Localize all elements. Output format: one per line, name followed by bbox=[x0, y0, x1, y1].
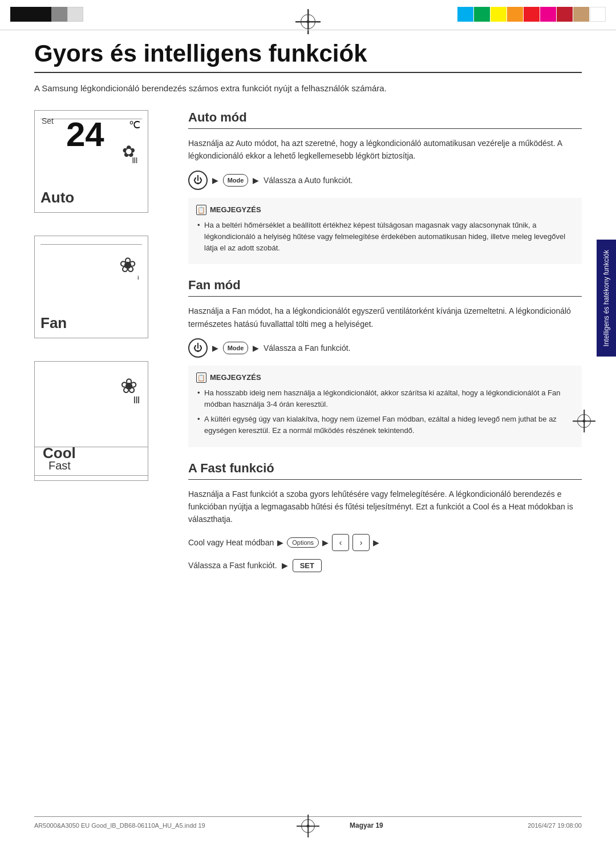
fast-section-title: A Fast funkció bbox=[188, 461, 582, 476]
fan-mode-label: Fan bbox=[40, 314, 67, 332]
fast-section-text: Használja a Fast funkciót a szoba gyors … bbox=[188, 488, 582, 526]
auto-note-title: 📋 MEGJEGYZÉS bbox=[196, 205, 574, 215]
fan-device-box: ❀ ᵢ Fan bbox=[34, 236, 148, 338]
footer-file-info: AR5000&A3050 EU Good_IB_DB68-06110A_HU_A… bbox=[34, 822, 205, 829]
mode-button-auto[interactable]: Mode bbox=[223, 174, 248, 187]
side-tab-text: Intelligens és hatékony funkciók bbox=[602, 250, 611, 346]
right-content: Auto mód Használja az Auto módot, ha azt… bbox=[188, 110, 582, 586]
fast-instruction-1: Cool vagy Heat módban ▶ Options ▶ ‹ › ▶ bbox=[188, 534, 582, 551]
footer-date: 2016/4/27 19:08:00 bbox=[528, 822, 582, 829]
fan-note-item-2: A kültéri egység úgy van kialakítva, hog… bbox=[196, 414, 574, 436]
page-number: Magyar 19 bbox=[350, 821, 383, 829]
auto-instruction: ⏻ ▶ Mode ▶ Válassza a Auto funkciót. bbox=[188, 171, 582, 190]
auto-note-list: Ha a beltéri hőmérséklet a beállított ér… bbox=[196, 220, 574, 254]
right-arrow-button[interactable]: › bbox=[352, 534, 370, 551]
fast-section: A Fast funkció Használja a Fast funkciót… bbox=[188, 461, 582, 572]
set-button[interactable]: SET bbox=[293, 559, 322, 572]
auto-section-divider bbox=[188, 128, 582, 129]
auto-device-box: Set 24 ℃ ✿ ||| Auto bbox=[34, 110, 148, 213]
power-button-fan[interactable]: ⏻ bbox=[188, 338, 208, 358]
fan-section-text: Használja a Fan módot, ha a légkondicion… bbox=[188, 305, 582, 330]
device-illustrations: Set 24 ℃ ✿ ||| Auto ❀ ᵢ Fan bbox=[34, 110, 165, 586]
cool-fast-device-box: ❀ ||| Cool Fast bbox=[34, 361, 148, 481]
fan-note-list: Ha hosszabb ideig nem használja a légkon… bbox=[196, 387, 574, 437]
fan-note-box: 📋 MEGJEGYZÉS Ha hosszabb ideig nem haszn… bbox=[188, 366, 582, 447]
cool-label: Cool bbox=[43, 444, 76, 462]
fan-section-title: Fan mód bbox=[188, 278, 582, 293]
left-arrow-button[interactable]: ‹ bbox=[332, 534, 349, 551]
side-tab: Intelligens és hatékony funkciók bbox=[597, 240, 616, 357]
options-button[interactable]: Options bbox=[287, 537, 319, 548]
auto-section: Auto mód Használja az Auto módot, ha azt… bbox=[188, 110, 582, 264]
power-button-auto[interactable]: ⏻ bbox=[188, 171, 208, 190]
fan-section-divider bbox=[188, 296, 582, 297]
auto-note-item-1: Ha a beltéri hőmérséklet a beállított ér… bbox=[196, 220, 574, 254]
title-divider bbox=[34, 72, 582, 73]
auto-section-text: Használja az Auto módot, ha azt szeretné… bbox=[188, 137, 582, 163]
auto-mode-label: Auto bbox=[40, 189, 74, 207]
mode-button-fan[interactable]: Mode bbox=[223, 342, 248, 354]
auto-note-box: 📋 MEGJEGYZÉS Ha a beltéri hőmérséklet a … bbox=[188, 198, 582, 264]
page-title: Gyors és intelligens funkciók bbox=[34, 40, 582, 67]
fast-section-divider bbox=[188, 479, 582, 480]
set-label: Set bbox=[42, 116, 54, 126]
fan-instruction: ⏻ ▶ Mode ▶ Válassza a Fan funkciót. bbox=[188, 338, 582, 358]
auto-section-title: Auto mód bbox=[188, 110, 582, 125]
fan-section: Fan mód Használja a Fan módot, ha a légk… bbox=[188, 278, 582, 447]
fan-device-divider bbox=[40, 244, 142, 245]
fan-note-title: 📋 MEGJEGYZÉS bbox=[196, 373, 574, 383]
fan-note-item-1: Ha hosszabb ideig nem használja a légkon… bbox=[196, 387, 574, 410]
intro-text: A Samsung légkondicionáló berendezés szá… bbox=[34, 83, 582, 93]
fast-instruction-2: Válassza a Fast funkciót. ▶ SET bbox=[188, 559, 582, 572]
